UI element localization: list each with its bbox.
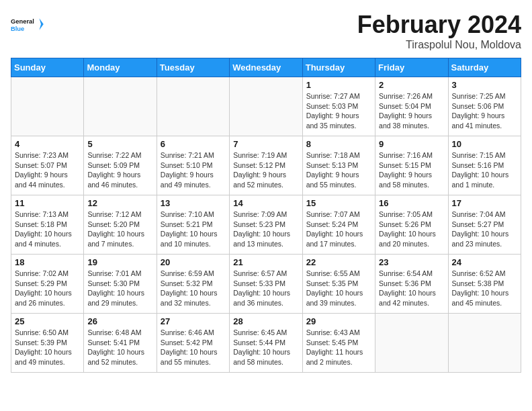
weekday-header-row: SundayMondayTuesdayWednesdayThursdayFrid…: [11, 58, 521, 77]
calendar-cell: 21Sunrise: 6:57 AMSunset: 5:33 PMDayligh…: [230, 255, 302, 314]
day-info: Sunrise: 7:23 AMSunset: 5:07 PMDaylight:…: [15, 150, 80, 190]
day-info: Sunrise: 7:02 AMSunset: 5:29 PMDaylight:…: [15, 269, 80, 308]
calendar-cell: 27Sunrise: 6:46 AMSunset: 5:42 PMDayligh…: [157, 314, 229, 373]
day-number: 12: [87, 198, 152, 208]
calendar-cell: 7Sunrise: 7:19 AMSunset: 5:12 PMDaylight…: [230, 136, 302, 195]
day-number: 27: [161, 316, 226, 326]
day-info: Sunrise: 7:05 AMSunset: 5:26 PMDaylight:…: [379, 210, 444, 249]
day-number: 16: [379, 198, 444, 208]
calendar-cell: 15Sunrise: 7:07 AMSunset: 5:24 PMDayligh…: [302, 195, 375, 255]
day-number: 25: [15, 316, 80, 326]
logo: General Blue: [11, 11, 44, 38]
calendar-cell: 3Sunrise: 7:25 AMSunset: 5:06 PMDaylight…: [448, 77, 521, 136]
day-number: 3: [452, 80, 517, 90]
day-number: 7: [233, 139, 298, 149]
day-info: Sunrise: 7:12 AMSunset: 5:20 PMDaylight:…: [87, 210, 152, 249]
day-number: 14: [233, 198, 298, 208]
calendar-cell: 4Sunrise: 7:23 AMSunset: 5:07 PMDaylight…: [11, 136, 84, 195]
day-number: 8: [306, 139, 371, 149]
title-area: February 2024 Tiraspolul Nou, Moldova: [357, 11, 521, 51]
day-info: Sunrise: 6:57 AMSunset: 5:33 PMDaylight:…: [233, 269, 298, 308]
calendar-cell: 16Sunrise: 7:05 AMSunset: 5:26 PMDayligh…: [375, 195, 448, 255]
calendar: SundayMondayTuesdayWednesdayThursdayFrid…: [11, 58, 521, 373]
svg-text:Blue: Blue: [11, 26, 24, 32]
calendar-cell: 13Sunrise: 7:10 AMSunset: 5:21 PMDayligh…: [157, 195, 229, 255]
day-info: Sunrise: 7:13 AMSunset: 5:18 PMDaylight:…: [15, 210, 80, 249]
calendar-cell: 6Sunrise: 7:21 AMSunset: 5:10 PMDaylight…: [157, 136, 229, 195]
calendar-cell: 24Sunrise: 6:52 AMSunset: 5:38 PMDayligh…: [448, 255, 521, 314]
day-info: Sunrise: 7:18 AMSunset: 5:13 PMDaylight:…: [306, 150, 371, 190]
calendar-cell: 12Sunrise: 7:12 AMSunset: 5:20 PMDayligh…: [84, 195, 157, 255]
weekday-header: Thursday: [302, 58, 375, 77]
day-number: 1: [306, 80, 371, 90]
calendar-week-row: 4Sunrise: 7:23 AMSunset: 5:07 PMDaylight…: [11, 136, 521, 195]
day-number: 21: [233, 257, 298, 267]
calendar-cell: 2Sunrise: 7:26 AMSunset: 5:04 PMDaylight…: [375, 77, 448, 136]
calendar-cell: [157, 77, 229, 136]
day-info: Sunrise: 6:59 AMSunset: 5:32 PMDaylight:…: [161, 269, 226, 308]
day-number: 29: [306, 316, 371, 326]
day-info: Sunrise: 7:26 AMSunset: 5:04 PMDaylight:…: [379, 91, 444, 131]
weekday-header: Monday: [84, 58, 157, 77]
calendar-cell: [230, 77, 302, 136]
day-info: Sunrise: 7:22 AMSunset: 5:09 PMDaylight:…: [87, 150, 152, 190]
day-info: Sunrise: 7:19 AMSunset: 5:12 PMDaylight:…: [233, 150, 298, 190]
svg-text:General: General: [11, 18, 34, 25]
day-number: 4: [15, 139, 80, 149]
calendar-week-row: 11Sunrise: 7:13 AMSunset: 5:18 PMDayligh…: [11, 195, 521, 255]
day-number: 26: [87, 316, 152, 326]
calendar-week-row: 25Sunrise: 6:50 AMSunset: 5:39 PMDayligh…: [11, 314, 521, 373]
day-info: Sunrise: 6:46 AMSunset: 5:42 PMDaylight:…: [161, 328, 226, 367]
day-number: 22: [306, 257, 371, 267]
day-info: Sunrise: 7:04 AMSunset: 5:27 PMDaylight:…: [452, 210, 517, 249]
svg-marker-2: [40, 18, 44, 30]
day-number: 28: [233, 316, 298, 326]
weekday-header: Saturday: [448, 58, 521, 77]
day-info: Sunrise: 6:52 AMSunset: 5:38 PMDaylight:…: [452, 269, 517, 308]
day-number: 5: [87, 139, 152, 149]
calendar-cell: 17Sunrise: 7:04 AMSunset: 5:27 PMDayligh…: [448, 195, 521, 255]
calendar-cell: [84, 77, 157, 136]
calendar-cell: 9Sunrise: 7:16 AMSunset: 5:15 PMDaylight…: [375, 136, 448, 195]
calendar-cell: 5Sunrise: 7:22 AMSunset: 5:09 PMDaylight…: [84, 136, 157, 195]
calendar-cell: 8Sunrise: 7:18 AMSunset: 5:13 PMDaylight…: [302, 136, 375, 195]
calendar-cell: 25Sunrise: 6:50 AMSunset: 5:39 PMDayligh…: [11, 314, 84, 373]
calendar-cell: 23Sunrise: 6:54 AMSunset: 5:36 PMDayligh…: [375, 255, 448, 314]
calendar-cell: 18Sunrise: 7:02 AMSunset: 5:29 PMDayligh…: [11, 255, 84, 314]
day-info: Sunrise: 7:21 AMSunset: 5:10 PMDaylight:…: [161, 150, 226, 190]
weekday-header: Tuesday: [157, 58, 229, 77]
weekday-header: Friday: [375, 58, 448, 77]
day-info: Sunrise: 6:45 AMSunset: 5:44 PMDaylight:…: [233, 328, 298, 367]
subtitle: Tiraspolul Nou, Moldova: [357, 39, 521, 51]
day-number: 9: [379, 139, 444, 149]
month-title: February 2024: [357, 11, 521, 39]
calendar-cell: 20Sunrise: 6:59 AMSunset: 5:32 PMDayligh…: [157, 255, 229, 314]
day-info: Sunrise: 7:27 AMSunset: 5:03 PMDaylight:…: [306, 91, 371, 131]
calendar-cell: 19Sunrise: 7:01 AMSunset: 5:30 PMDayligh…: [84, 255, 157, 314]
day-info: Sunrise: 7:15 AMSunset: 5:16 PMDaylight:…: [452, 150, 517, 190]
calendar-cell: 28Sunrise: 6:45 AMSunset: 5:44 PMDayligh…: [230, 314, 302, 373]
day-info: Sunrise: 7:09 AMSunset: 5:23 PMDaylight:…: [233, 210, 298, 249]
day-info: Sunrise: 6:48 AMSunset: 5:41 PMDaylight:…: [87, 328, 152, 367]
calendar-cell: 29Sunrise: 6:43 AMSunset: 5:45 PMDayligh…: [302, 314, 375, 373]
day-number: 24: [452, 257, 517, 267]
day-number: 11: [15, 198, 80, 208]
calendar-cell: 26Sunrise: 6:48 AMSunset: 5:41 PMDayligh…: [84, 314, 157, 373]
day-info: Sunrise: 7:07 AMSunset: 5:24 PMDaylight:…: [306, 210, 371, 249]
day-info: Sunrise: 6:50 AMSunset: 5:39 PMDaylight:…: [15, 328, 80, 367]
day-number: 20: [161, 257, 226, 267]
calendar-cell: [448, 314, 521, 373]
calendar-cell: 22Sunrise: 6:55 AMSunset: 5:35 PMDayligh…: [302, 255, 375, 314]
day-number: 6: [161, 139, 226, 149]
day-number: 10: [452, 139, 517, 149]
calendar-week-row: 18Sunrise: 7:02 AMSunset: 5:29 PMDayligh…: [11, 255, 521, 314]
calendar-cell: [11, 77, 84, 136]
day-number: 17: [452, 198, 517, 208]
calendar-week-row: 1Sunrise: 7:27 AMSunset: 5:03 PMDaylight…: [11, 77, 521, 136]
calendar-cell: 10Sunrise: 7:15 AMSunset: 5:16 PMDayligh…: [448, 136, 521, 195]
logo-icon: General Blue: [11, 11, 44, 38]
day-number: 23: [379, 257, 444, 267]
day-number: 15: [306, 198, 371, 208]
day-info: Sunrise: 6:54 AMSunset: 5:36 PMDaylight:…: [379, 269, 444, 308]
day-number: 18: [15, 257, 80, 267]
